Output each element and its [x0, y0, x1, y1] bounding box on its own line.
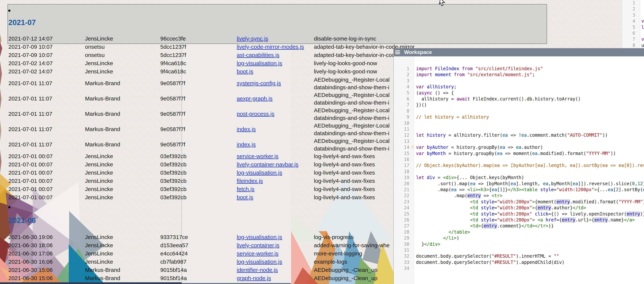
- commit-date: 2021-07-01 00:07: [8, 185, 53, 193]
- line-number: 8: [394, 108, 409, 114]
- file-link[interactable]: log-visualisation.js: [237, 170, 282, 176]
- commit-message: log-lively4-and-swx-fixes: [314, 152, 375, 160]
- commit-hash: 03ef392cb: [160, 160, 186, 169]
- history-row: 2021-07-01 11:07Markus-Brand9e0587f7fsys…: [0, 76, 394, 91]
- workspace-editor[interactable]: import FileIndex from "src/client/filein…: [394, 56, 644, 284]
- code-line: .map(ea => <li><h3>{ea[1]}</h3><table st…: [416, 187, 644, 193]
- line-number: 11: [394, 126, 409, 132]
- commit-author: Markus-Brand: [85, 137, 120, 152]
- file-link[interactable]: aexpr-graph.js: [237, 95, 272, 102]
- workspace-titlebar[interactable]: Workspace: [394, 48, 644, 56]
- file-link[interactable]: service-worker.js: [237, 250, 278, 257]
- commit-author: JensLincke: [85, 59, 113, 67]
- commit-author: JensLincke: [85, 233, 113, 241]
- commit-hash: 9e0587f7f: [160, 91, 185, 106]
- file-link[interactable]: lively-container-navbar.js: [237, 161, 298, 168]
- file-link[interactable]: fileindex.js: [237, 178, 263, 184]
- file-link[interactable]: identifier-node.js: [237, 267, 278, 273]
- line-number: 31: [394, 247, 409, 253]
- file-link[interactable]: lively-code-mirror-modes.js: [237, 44, 304, 50]
- file-link[interactable]: graph-node.js: [237, 275, 271, 282]
- file-link[interactable]: index.js: [237, 126, 256, 132]
- commit-author: JensLincke: [85, 152, 113, 160]
- code-line: <td style="width:200px" click={() => liv…: [416, 211, 644, 217]
- line-number: 32: [394, 253, 409, 259]
- commit-hash: 03ef392cb: [160, 169, 186, 177]
- file-cell: fileindex.js: [237, 177, 263, 185]
- line-number: 10: [394, 120, 409, 126]
- commit-date: 2021-07-02 14:07: [8, 59, 53, 67]
- commit-message: more-event-logging: [314, 250, 362, 258]
- code-line: var byMonth = history.groupBy(ea => mome…: [416, 151, 616, 157]
- code-line: le: [642, 24, 644, 30]
- history-row: 2021-07-01 11:07Markus-Brand9e0587f7find…: [0, 122, 394, 137]
- line-number: 22: [394, 193, 409, 199]
- history-row: 2021-07-01 11:07Markus-Brand9e0587f7faex…: [0, 91, 394, 106]
- file-cell: log-visualisation.js: [237, 233, 282, 241]
- file-link[interactable]: systemjs-config.js: [237, 80, 281, 86]
- commit-hash: e4cc64424: [160, 250, 188, 258]
- file-cell: service-worker.js: [237, 250, 278, 258]
- file-link[interactable]: post-process.js: [237, 111, 274, 117]
- line-number: 7: [394, 102, 409, 108]
- commit-message: lively-log-looks-good-now: [314, 67, 377, 76]
- line-number: 23: [394, 199, 409, 205]
- commit-hash: 9e0587f7f: [160, 76, 185, 91]
- commit-message: log-lively4-and-swx-fixes: [314, 169, 375, 177]
- commit-message: AEDebugging_-Register-Localdatabindings-…: [314, 91, 390, 106]
- file-link[interactable]: lively-container.js: [237, 242, 279, 249]
- line-number: 4: [394, 84, 409, 90]
- line-number: 18: [394, 169, 409, 175]
- code-line: }</div>: [416, 241, 440, 247]
- line-number: 24: [394, 205, 409, 211]
- file-link[interactable]: boot.js: [237, 68, 253, 75]
- code-line: var byAuthor = history.groupBy(ea => ea.…: [416, 144, 543, 151]
- side-editor-window[interactable]: valevau 12345678: [622, 0, 644, 48]
- commit-date: 2021-07-01 00:07: [8, 160, 53, 169]
- line-number: 17: [394, 162, 409, 169]
- commit-author: JensLincke: [85, 160, 113, 169]
- commit-author: JensLincke: [85, 258, 113, 266]
- commit-message: disable-some-log-in-sync: [314, 34, 376, 43]
- file-link[interactable]: fetch.js: [237, 186, 254, 192]
- file-link[interactable]: log-visualisation.js: [237, 234, 282, 240]
- history-row: 2021-07-01 11:07Markus-Brand9e0587f7fpos…: [0, 106, 394, 122]
- file-cell: boot.js: [237, 67, 253, 76]
- line-number: 1: [622, 0, 635, 6]
- history-row: 2021-07-01 11:07Markus-Brand9e0587f7find…: [0, 137, 394, 152]
- commit-author: Markus-Brand: [85, 106, 120, 122]
- commit-date: 2021-07-01 00:07: [8, 177, 53, 185]
- history-row: 2021-07-01 00:07JensLincke03ef392cbfetch…: [0, 185, 394, 193]
- file-link[interactable]: ast-capabilities.js: [237, 52, 279, 58]
- commit-message: lively-log-looks-good-now: [314, 59, 377, 67]
- history-row: 2021-07-12 14:07JensLincke96ccec3felivel…: [0, 34, 394, 43]
- file-link[interactable]: service-worker.js: [237, 153, 278, 159]
- commit-message: log-vis-progress: [314, 233, 354, 241]
- commit-date: 2021-07-12 14:07: [8, 34, 53, 43]
- code-line: let history = allhistory.filter(ea => !e…: [416, 132, 608, 138]
- file-link[interactable]: boot.js: [237, 194, 253, 201]
- file-link[interactable]: log-visualisation.js: [237, 259, 282, 265]
- file-cell: lively-container-navbar.js: [237, 160, 298, 169]
- workspace-window[interactable]: Workspace import FileIndex from "src/cli…: [394, 48, 644, 284]
- commit-hash: 03ef392cb: [160, 152, 186, 160]
- commit-author: Markus-Brand: [85, 122, 120, 137]
- line-number: 28: [394, 229, 409, 235]
- hamburger-icon[interactable]: [395, 50, 402, 55]
- file-cell: log-visualisation.js: [237, 59, 282, 67]
- history-row: 2021-07-02 14:07JensLincke9f4ca618cboot.…: [0, 67, 394, 76]
- list-bullet: [8, 9, 10, 12]
- history-row: 2021-06-30 17:06JensLinckee4cc64424servi…: [0, 250, 394, 258]
- file-link[interactable]: lively-sync.js: [237, 35, 268, 42]
- commit-date: 2021-06-30 18:06: [8, 241, 53, 250]
- mouse-cursor: [438, 0, 446, 7]
- history-row: 2021-07-09 10:07onsetsu5dcc1237flively-c…: [0, 43, 394, 51]
- file-link[interactable]: index.js: [237, 141, 256, 148]
- line-number: 2: [622, 6, 635, 12]
- desktop: 2021-072021-07-12 14:07JensLincke96ccec3…: [0, 0, 644, 284]
- list-bullet: [8, 206, 10, 208]
- file-cell: aexpr-graph.js: [237, 91, 272, 106]
- commit-date: 2021-07-01 00:07: [8, 169, 53, 177]
- commit-date: 2021-07-01 11:07: [8, 106, 52, 122]
- file-link[interactable]: log-visualisation.js: [237, 60, 282, 66]
